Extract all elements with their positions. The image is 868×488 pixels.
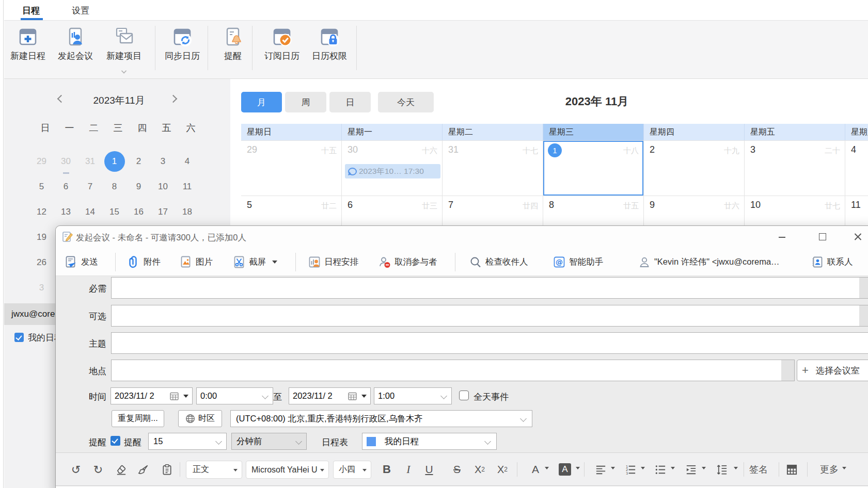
timezone-select[interactable]: (UTC+08:00) 北京,重庆,香港特别行政区,乌鲁木齐 bbox=[230, 410, 532, 427]
subject-input[interactable] bbox=[111, 332, 868, 354]
minicalendar-day[interactable]: 13 bbox=[54, 199, 78, 224]
new-meeting-button[interactable]: 发起会议 bbox=[51, 26, 100, 62]
more-button[interactable]: 更多 bbox=[816, 460, 842, 479]
superscript-button[interactable]: X2 bbox=[493, 460, 512, 479]
new-event-button[interactable]: 新建日程 bbox=[3, 26, 53, 62]
dialog-titlebar[interactable]: 发起会议 - 未命名 - 可邀请300人，已添加0人 bbox=[56, 226, 868, 248]
subscribe-calendar-button[interactable]: 订阅日历 bbox=[257, 26, 307, 62]
calendar-day-cell[interactable]: 31 十七 bbox=[443, 140, 543, 196]
view-month-button[interactable]: 月 bbox=[241, 92, 282, 112]
reminder-value-select[interactable]: 15 bbox=[148, 433, 227, 450]
sync-calendar-button[interactable]: 同步日历 bbox=[157, 26, 207, 62]
location-input-scroll[interactable] bbox=[781, 360, 794, 381]
new-project-button[interactable]: 新建项目 bbox=[99, 26, 149, 62]
required-input[interactable] bbox=[111, 277, 868, 299]
line-spacing-button[interactable] bbox=[713, 460, 731, 479]
table-button[interactable] bbox=[782, 460, 801, 479]
cancel-participants-button[interactable]: 取消参与者 bbox=[378, 248, 437, 276]
align-button[interactable] bbox=[591, 460, 610, 479]
check-recipients-button[interactable]: 检查收件人 bbox=[469, 248, 528, 276]
indent-button[interactable] bbox=[682, 460, 700, 479]
weekday-header-cell[interactable]: 星期四 bbox=[644, 124, 745, 140]
optional-input[interactable] bbox=[111, 305, 868, 327]
my-calendar-checkbox[interactable] bbox=[14, 333, 24, 342]
signature-button[interactable]: 签名 bbox=[743, 460, 774, 479]
tab-schedule[interactable]: 日程 bbox=[22, 5, 40, 17]
end-time-select[interactable]: 1:00 bbox=[374, 387, 452, 404]
repeat-button[interactable]: 重复周期... bbox=[112, 410, 164, 427]
minicalendar-day[interactable]: 6 bbox=[54, 174, 78, 199]
font-family-select[interactable]: Microsoft YaHei U bbox=[246, 461, 329, 479]
screenshot-dropdown-arrow[interactable] bbox=[272, 261, 277, 266]
minicalendar-day[interactable]: 30 bbox=[54, 149, 78, 174]
minicalendar-day[interactable]: 17 bbox=[151, 199, 175, 224]
dropdown-arrow[interactable] bbox=[702, 467, 706, 471]
event-chip[interactable]: 2023年10… 17:30 bbox=[345, 164, 440, 178]
calendar-day-cell[interactable]: 4 bbox=[845, 140, 868, 196]
minicalendar-day[interactable]: 16 bbox=[127, 199, 151, 224]
minicalendar-day[interactable]: 26 bbox=[29, 250, 54, 275]
attachment-button[interactable]: 附件 bbox=[128, 248, 161, 276]
minimize-button[interactable] bbox=[778, 232, 787, 241]
minicalendar-day[interactable]: 8 bbox=[102, 174, 127, 199]
minicalendar-day[interactable]: 29 bbox=[29, 149, 54, 174]
minicalendar-day[interactable]: 1 bbox=[102, 149, 127, 174]
dropdown-arrow[interactable] bbox=[576, 467, 580, 471]
calendar-day-cell[interactable]: 30 十六 2023年10… 17:30 bbox=[342, 140, 443, 196]
weekday-header-cell[interactable]: 星期三 bbox=[543, 124, 644, 140]
reminder-unit-select[interactable]: 分钟前 bbox=[231, 433, 307, 450]
dropdown-arrow[interactable] bbox=[671, 467, 675, 471]
undo-button[interactable]: ↺ bbox=[67, 460, 85, 479]
schedule-arrange-button[interactable]: 日程安排 bbox=[308, 248, 358, 276]
minicalendar-day[interactable]: 9 bbox=[127, 174, 151, 199]
italic-button[interactable]: I bbox=[399, 460, 418, 479]
choose-room-button[interactable]: + 选择会议室 bbox=[797, 360, 868, 381]
bold-button[interactable]: B bbox=[377, 460, 396, 479]
close-button[interactable] bbox=[854, 232, 863, 241]
contacts-button[interactable]: 联系人 bbox=[811, 248, 853, 276]
tab-settings[interactable]: 设置 bbox=[72, 5, 89, 17]
dropdown-arrow[interactable] bbox=[545, 467, 549, 471]
minicalendar-day[interactable]: 3 bbox=[151, 149, 175, 174]
reminder-checkbox[interactable] bbox=[111, 436, 120, 446]
dropdown-arrow[interactable] bbox=[611, 467, 615, 471]
strikethrough-button[interactable]: S bbox=[448, 460, 466, 479]
minicalendar-day[interactable]: 31 bbox=[78, 149, 102, 174]
minicalendar-day[interactable]: 11 bbox=[175, 174, 199, 199]
chevron-down-icon[interactable] bbox=[122, 69, 127, 73]
calendar-day-cell[interactable]: 1 十八 bbox=[543, 140, 644, 196]
optional-input-scroll[interactable] bbox=[859, 305, 868, 326]
format-painter-button[interactable] bbox=[134, 460, 152, 479]
timezone-button[interactable]: 时区 bbox=[178, 410, 222, 427]
image-button[interactable]: 图片 bbox=[180, 248, 213, 276]
calendar-day-cell[interactable]: 2 十九 bbox=[644, 140, 745, 196]
paragraph-style-select[interactable]: 正文 bbox=[186, 461, 242, 479]
sender-account[interactable]: "Kevin 许经伟" <jwxu@corema… bbox=[638, 248, 780, 276]
schedule-table-select[interactable]: 我的日程 bbox=[362, 433, 497, 450]
bullet-list-button[interactable] bbox=[651, 460, 670, 479]
dropdown-arrow[interactable] bbox=[734, 467, 738, 471]
assistant-button[interactable]: @ 智能助手 bbox=[553, 248, 603, 276]
weekday-header-cell[interactable]: 星期六 bbox=[845, 124, 868, 140]
weekday-header-cell[interactable]: 星期五 bbox=[745, 124, 845, 140]
calendar-day-cell[interactable]: 3 二十 bbox=[745, 140, 845, 196]
minicalendar-day[interactable]: 14 bbox=[78, 199, 102, 224]
minicalendar-day[interactable]: 2 bbox=[127, 149, 151, 174]
minicalendar-day[interactable]: 4 bbox=[175, 149, 199, 174]
minicalendar-day[interactable]: 18 bbox=[175, 199, 199, 224]
end-date-picker[interactable]: 2023/11/ 2 bbox=[289, 387, 371, 404]
minicalendar-day[interactable]: 15 bbox=[102, 199, 127, 224]
view-day-button[interactable]: 日 bbox=[329, 92, 371, 112]
maximize-button[interactable] bbox=[818, 232, 827, 241]
dropdown-arrow[interactable] bbox=[842, 467, 846, 471]
view-today-button[interactable]: 今天 bbox=[378, 92, 434, 112]
view-week-button[interactable]: 周 bbox=[285, 92, 326, 112]
weekday-header-cell[interactable]: 星期二 bbox=[443, 124, 543, 140]
required-input-scroll[interactable] bbox=[859, 278, 868, 298]
minicalendar-day[interactable]: 7 bbox=[78, 174, 102, 199]
reminder-button[interactable]: 提醒 bbox=[208, 26, 258, 62]
eraser-button[interactable] bbox=[112, 460, 130, 479]
minicalendar-day[interactable]: 5 bbox=[29, 174, 54, 199]
numbered-list-button[interactable]: 123 bbox=[621, 460, 640, 479]
calendar-permission-button[interactable]: 日历权限 bbox=[305, 26, 354, 62]
